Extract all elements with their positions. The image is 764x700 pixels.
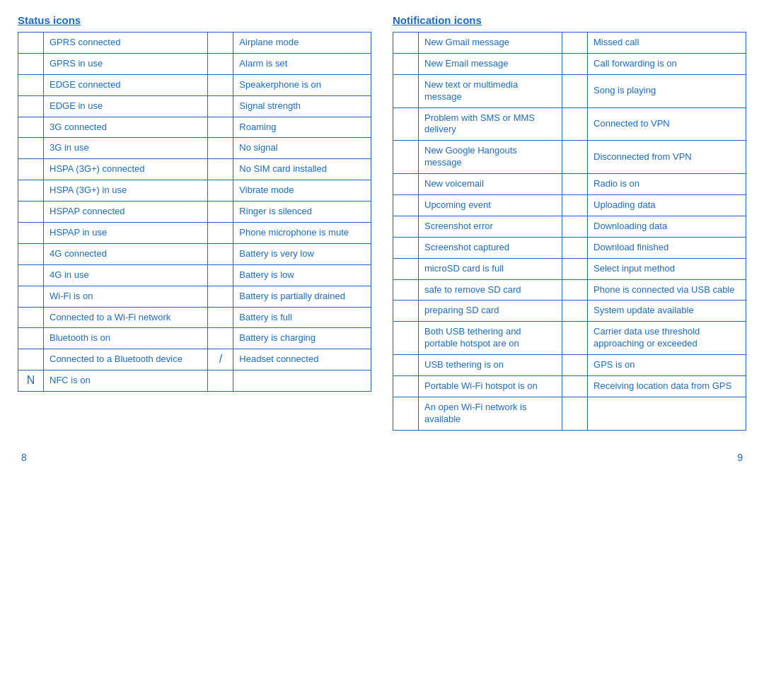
label-cell-2: Airplane mode bbox=[233, 33, 371, 54]
table-row: HSPAP connected Ringer is silenced bbox=[18, 202, 371, 223]
icon-cell bbox=[18, 74, 44, 95]
page-numbers: 8 9 bbox=[18, 452, 746, 463]
icon-cell bbox=[393, 322, 419, 355]
label-cell: New Email message bbox=[419, 53, 562, 74]
table-row: Connected to a Wi-Fi network Battery is … bbox=[18, 307, 371, 328]
icon-cell-2 bbox=[562, 279, 588, 301]
table-row: Screenshot error Downloading data bbox=[393, 216, 746, 237]
icon-cell bbox=[18, 202, 44, 223]
table-row: Bluetooth is on Battery is charging bbox=[18, 328, 371, 349]
icon-cell-2: / bbox=[208, 349, 233, 371]
icon-cell bbox=[18, 264, 44, 286]
icon-cell-2 bbox=[208, 223, 233, 244]
label-cell-2: Vibrate mode bbox=[233, 180, 371, 202]
label-cell-2: Receiving location data from GPS bbox=[588, 376, 746, 397]
label-cell: Screenshot captured bbox=[419, 237, 562, 258]
icon-cell-2 bbox=[562, 141, 588, 174]
table-row: Wi-Fi is on Battery is partially drained bbox=[18, 286, 371, 307]
table-row: EDGE connected Speakerphone is on bbox=[18, 74, 371, 95]
table-row: 4G connected Battery is very low bbox=[18, 243, 371, 264]
page-number-right: 9 bbox=[737, 452, 743, 463]
notification-title: Notification icons bbox=[393, 14, 746, 26]
label-cell-2: Battery is charging bbox=[233, 328, 371, 349]
table-row: New Google Hangouts message Disconnected… bbox=[393, 141, 746, 174]
label-cell: NFC is on bbox=[44, 371, 208, 392]
icon-cell bbox=[18, 138, 44, 159]
icon-cell bbox=[18, 223, 44, 244]
notification-section: Notification icons New Gmail message Mis… bbox=[393, 14, 746, 431]
icon-cell bbox=[18, 117, 44, 138]
label-cell-2: Phone microphone is mute bbox=[233, 223, 371, 244]
icon-cell-2 bbox=[208, 243, 233, 264]
icon-cell-2 bbox=[562, 33, 588, 54]
icon-cell bbox=[393, 141, 419, 174]
label-cell: HSPAP in use bbox=[44, 223, 208, 244]
table-row: Portable Wi-Fi hotspot is on Receiving l… bbox=[393, 376, 746, 397]
page-number-left: 8 bbox=[21, 452, 27, 463]
label-cell-2 bbox=[233, 371, 371, 392]
label-cell-2: Alarm is set bbox=[233, 53, 371, 74]
icon-cell bbox=[393, 258, 419, 279]
label-cell-2: Download finished bbox=[588, 237, 746, 258]
icon-cell-2 bbox=[208, 117, 233, 138]
label-cell: 3G connected bbox=[44, 117, 208, 138]
table-row: preparing SD card System update availabl… bbox=[393, 301, 746, 322]
icon-cell bbox=[393, 74, 419, 107]
icon-cell bbox=[393, 279, 419, 301]
icon-cell bbox=[18, 33, 44, 54]
icon-cell: N bbox=[18, 371, 44, 392]
table-row: Screenshot captured Download finished bbox=[393, 237, 746, 258]
label-cell-2: Battery is full bbox=[233, 307, 371, 328]
icon-cell-2 bbox=[562, 237, 588, 258]
icon-cell-2 bbox=[208, 138, 233, 159]
label-cell-2: Speakerphone is on bbox=[233, 74, 371, 95]
icon-cell bbox=[393, 301, 419, 322]
icon-cell-2 bbox=[562, 195, 588, 216]
label-cell: GPRS connected bbox=[44, 33, 208, 54]
table-row: New Email message Call forwarding is on bbox=[393, 53, 746, 74]
label-cell-2: Song is playing bbox=[588, 74, 746, 107]
table-row: Upcoming event Uploading data bbox=[393, 195, 746, 216]
icon-cell-2 bbox=[208, 180, 233, 202]
label-cell: Bluetooth is on bbox=[44, 328, 208, 349]
icon-cell bbox=[18, 95, 44, 117]
label-cell: New text or multimedia message bbox=[419, 74, 562, 107]
table-row: microSD card is full Select input method bbox=[393, 258, 746, 279]
label-cell: HSPAP connected bbox=[44, 202, 208, 223]
table-row: 3G connected Roaming bbox=[18, 117, 371, 138]
table-row: An open Wi-Fi network is available bbox=[393, 397, 746, 430]
label-cell-2: Ringer is silenced bbox=[233, 202, 371, 223]
icon-cell bbox=[393, 237, 419, 258]
label-cell-2: Signal strength bbox=[233, 95, 371, 117]
label-cell: Connected to a Bluetooth device bbox=[44, 349, 208, 371]
table-row: USB tethering is on GPS is on bbox=[393, 355, 746, 376]
table-row: GPRS in use Alarm is set bbox=[18, 53, 371, 74]
label-cell: New Google Hangouts message bbox=[419, 141, 562, 174]
icon-cell-2 bbox=[562, 397, 588, 430]
table-row: HSPA (3G+) in use Vibrate mode bbox=[18, 180, 371, 202]
label-cell-2: Battery is low bbox=[233, 264, 371, 286]
icon-cell-2 bbox=[208, 53, 233, 74]
label-cell-2: Headset connected bbox=[233, 349, 371, 371]
table-row: New Gmail message Missed call bbox=[393, 33, 746, 54]
icon-cell-2 bbox=[562, 174, 588, 195]
label-cell: Portable Wi-Fi hotspot is on bbox=[419, 376, 562, 397]
table-row: Both USB tethering and portable hotspot … bbox=[393, 322, 746, 355]
label-cell: Upcoming event bbox=[419, 195, 562, 216]
icon-cell-2 bbox=[208, 286, 233, 307]
label-cell-2: System update available bbox=[588, 301, 746, 322]
label-cell-2: Select input method bbox=[588, 258, 746, 279]
label-cell-2: GPS is on bbox=[588, 355, 746, 376]
table-row: GPRS connected Airplane mode bbox=[18, 33, 371, 54]
label-cell-2: Disconnected from VPN bbox=[588, 141, 746, 174]
icon-cell bbox=[18, 159, 44, 180]
notification-table: New Gmail message Missed call New Email … bbox=[393, 32, 746, 431]
icon-cell bbox=[393, 33, 419, 54]
status-title: Status icons bbox=[18, 14, 371, 26]
icon-cell bbox=[18, 180, 44, 202]
label-cell: preparing SD card bbox=[419, 301, 562, 322]
icon-cell-2 bbox=[208, 307, 233, 328]
icon-cell-2 bbox=[208, 95, 233, 117]
table-row: 3G in use No signal bbox=[18, 138, 371, 159]
label-cell: EDGE in use bbox=[44, 95, 208, 117]
